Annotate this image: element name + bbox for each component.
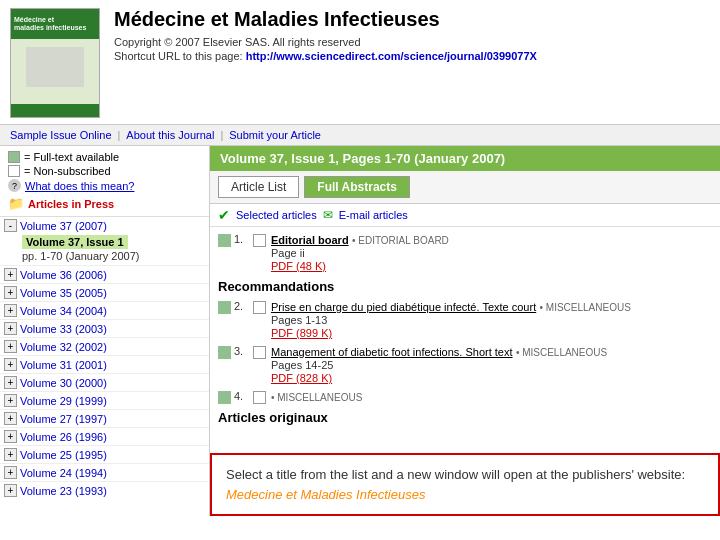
vol-29-label: Volume 29 (1999) bbox=[20, 395, 107, 407]
article-4-row: 4. • MISCELLANEOUS bbox=[210, 387, 720, 406]
vol-34-label: Volume 34 (2004) bbox=[20, 305, 107, 317]
tabs-row: Article List Full Abstracts bbox=[210, 171, 720, 204]
article-4-num: 4. bbox=[234, 390, 250, 402]
nav-sep-2: | bbox=[220, 129, 223, 141]
article-3-pdf-link[interactable]: PDF (828 K) bbox=[271, 372, 332, 384]
selected-articles-link[interactable]: Selected articles bbox=[236, 209, 317, 221]
article-2-pages: Pages 1-13 bbox=[271, 314, 631, 326]
sample-issue-link[interactable]: Sample Issue Online bbox=[10, 129, 112, 141]
main-area: = Full-text available = Non-subscribed ?… bbox=[0, 146, 720, 516]
article-4-checkbox[interactable] bbox=[253, 391, 266, 404]
legend-section: = Full-text available = Non-subscribed ?… bbox=[0, 146, 209, 216]
green-sq-3 bbox=[218, 346, 231, 359]
expand-icon-25: + bbox=[4, 448, 17, 461]
about-journal-link[interactable]: About this Journal bbox=[126, 129, 214, 141]
articles-in-press-link[interactable]: Articles in Press bbox=[28, 198, 114, 210]
article-3-row: 3. Management of diabetic foot infection… bbox=[210, 342, 720, 387]
vol-37-label: Volume 37 (2007) bbox=[20, 220, 107, 232]
submit-article-link[interactable]: Submit your Article bbox=[229, 129, 321, 141]
article-4-info: • MISCELLANEOUS bbox=[271, 390, 362, 404]
articles-originaux-title: Articles originaux bbox=[210, 406, 720, 427]
article-2-row: 2. Prise en charge du pied diabétique in… bbox=[210, 297, 720, 342]
article-3-num: 3. bbox=[234, 345, 250, 357]
what-does-link[interactable]: What does this mean? bbox=[25, 180, 134, 192]
article-4-badge: • MISCELLANEOUS bbox=[271, 392, 362, 403]
article-2-title-link[interactable]: Prise en charge du pied diabétique infec… bbox=[271, 301, 536, 313]
journal-copyright: Copyright © 2007 Elsevier SAS. All right… bbox=[114, 36, 537, 48]
expand-icon-30: + bbox=[4, 376, 17, 389]
expand-icon-31: + bbox=[4, 358, 17, 371]
vol-31[interactable]: + Volume 31 (2001) bbox=[0, 355, 209, 373]
vol-32[interactable]: + Volume 32 (2002) bbox=[0, 337, 209, 355]
vol-35[interactable]: + Volume 35 (2005) bbox=[0, 283, 209, 301]
full-abstracts-tab[interactable]: Full Abstracts bbox=[304, 176, 410, 198]
vol-33-label: Volume 33 (2003) bbox=[20, 323, 107, 335]
article-1-num: 1. bbox=[234, 233, 250, 245]
green-sq-4 bbox=[218, 391, 231, 404]
white-box-icon bbox=[8, 165, 20, 177]
journal-info: Médecine et Maladies Infectieuses Copyri… bbox=[114, 8, 537, 62]
issue-1-link: Volume 37, Issue 1 bbox=[22, 235, 128, 249]
full-text-label: = Full-text available bbox=[24, 151, 119, 163]
header: Médecine etmaladies infectieuses Médecin… bbox=[0, 0, 720, 125]
article-3-title-row: Management of diabetic foot infections. … bbox=[271, 345, 607, 359]
expand-icon-32: + bbox=[4, 340, 17, 353]
article-3-info: Management of diabetic foot infections. … bbox=[271, 345, 607, 385]
vol-36[interactable]: + Volume 36 (2006) bbox=[0, 265, 209, 283]
vol-25[interactable]: + Volume 25 (1995) bbox=[0, 445, 209, 463]
expand-icon-26: + bbox=[4, 430, 17, 443]
article-3-title-link[interactable]: Management of diabetic foot infections. … bbox=[271, 346, 513, 358]
article-3-checkbox[interactable] bbox=[253, 346, 266, 359]
arrow-right-icon: ✔ bbox=[218, 207, 230, 223]
vol-27[interactable]: + Volume 27 (1997) bbox=[0, 409, 209, 427]
vol-30[interactable]: + Volume 30 (2000) bbox=[0, 373, 209, 391]
expand-icon-34: + bbox=[4, 304, 17, 317]
article-2-pdf-link[interactable]: PDF (899 K) bbox=[271, 327, 332, 339]
email-articles-link[interactable]: E-mail articles bbox=[339, 209, 408, 221]
vol-26-label: Volume 26 (1996) bbox=[20, 431, 107, 443]
article-2-badge: • MISCELLANEOUS bbox=[540, 302, 631, 313]
vol-30-label: Volume 30 (2000) bbox=[20, 377, 107, 389]
legend-full-text: = Full-text available bbox=[8, 151, 201, 163]
question-icon: ? bbox=[8, 179, 21, 192]
journal-title: Médecine et Maladies Infectieuses bbox=[114, 8, 537, 31]
vol-29[interactable]: + Volume 29 (1999) bbox=[0, 391, 209, 409]
article-list-tab[interactable]: Article List bbox=[218, 176, 299, 198]
articles-in-press-row: 📁 Articles in Press bbox=[8, 196, 201, 211]
volume-header-bar: Volume 37, Issue 1, Pages 1-70 (January … bbox=[210, 146, 720, 171]
legend-non-subscribed: = Non-subscribed bbox=[8, 165, 201, 177]
journal-cover: Médecine etmaladies infectieuses bbox=[10, 8, 100, 118]
article-2-num: 2. bbox=[234, 300, 250, 312]
vol-25-label: Volume 25 (1995) bbox=[20, 449, 107, 461]
article-1-pages: Page ii bbox=[271, 247, 449, 259]
green-sq-1 bbox=[218, 234, 231, 247]
article-1-pdf-link[interactable]: PDF (48 K) bbox=[271, 260, 326, 272]
issue-1-item[interactable]: Volume 37, Issue 1 bbox=[0, 234, 209, 250]
article-1-checkbox[interactable] bbox=[253, 234, 266, 247]
shortcut-label: Shortcut URL to this page: bbox=[114, 50, 243, 62]
expand-icon-27: + bbox=[4, 412, 17, 425]
vol-24-label: Volume 24 (1994) bbox=[20, 467, 107, 479]
article-3-badge: • MISCELLANEOUS bbox=[516, 347, 607, 358]
tooltip-link[interactable]: Medecine et Maladies Infectieuses bbox=[226, 487, 425, 502]
actions-row: ✔ Selected articles ✉ E-mail articles bbox=[210, 204, 720, 227]
article-1-title-row: Editorial board • EDITORIAL BOARD bbox=[271, 233, 449, 247]
article-1-title-link[interactable]: Editorial board bbox=[271, 234, 349, 246]
vol-37-item[interactable]: - Volume 37 (2007) bbox=[0, 217, 209, 234]
vol-23[interactable]: + Volume 23 (1993) bbox=[0, 481, 209, 499]
vol-32-label: Volume 32 (2002) bbox=[20, 341, 107, 353]
vol-34[interactable]: + Volume 34 (2004) bbox=[0, 301, 209, 319]
vol-36-label: Volume 36 (2006) bbox=[20, 269, 107, 281]
vol-23-label: Volume 23 (1993) bbox=[20, 485, 107, 497]
article-2-title-row: Prise en charge du pied diabétique infec… bbox=[271, 300, 631, 314]
sidebar: = Full-text available = Non-subscribed ?… bbox=[0, 146, 210, 516]
vol-24[interactable]: + Volume 24 (1994) bbox=[0, 463, 209, 481]
issue-1-pages: pp. 1-70 (January 2007) bbox=[0, 250, 209, 265]
vol-35-label: Volume 35 (2005) bbox=[20, 287, 107, 299]
non-subscribed-label: = Non-subscribed bbox=[24, 165, 111, 177]
article-2-checkbox[interactable] bbox=[253, 301, 266, 314]
vol-33[interactable]: + Volume 33 (2003) bbox=[0, 319, 209, 337]
email-icon: ✉ bbox=[323, 208, 333, 222]
vol-26[interactable]: + Volume 26 (1996) bbox=[0, 427, 209, 445]
shortcut-url-link[interactable]: http://www.sciencedirect.com/science/jou… bbox=[246, 50, 537, 62]
